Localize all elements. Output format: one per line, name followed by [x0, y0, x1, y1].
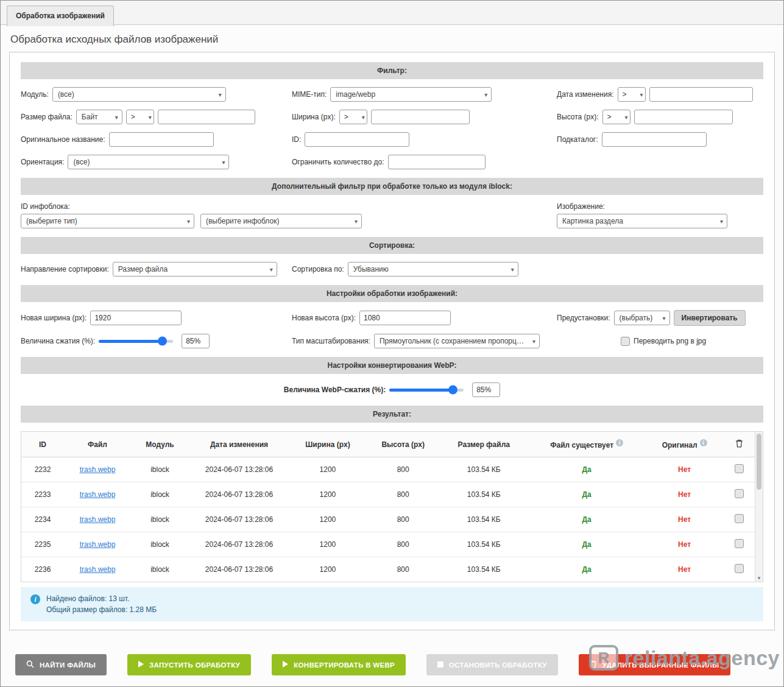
- subfolder-input[interactable]: [602, 132, 707, 147]
- stop-processing-label: ОСТАНОВИТЬ ОБРАБОТКУ: [449, 661, 547, 669]
- info-icon[interactable]: i: [700, 439, 707, 446]
- webp-compression-slider[interactable]: [389, 389, 464, 392]
- cell-date: 2024-06-07 13:28:06: [189, 557, 289, 582]
- compression-label: Величина сжатия (%):: [21, 337, 95, 345]
- iblock-type-select[interactable]: (выберите тип): [21, 214, 194, 228]
- summary-total-size: Общий размер файлов: 1.28 МБ: [46, 605, 157, 614]
- table-row: 2236trash.webpiblock2024-06-07 13:28:061…: [21, 557, 755, 582]
- webp-compression-value-input[interactable]: [472, 382, 500, 397]
- module-select-value: (все): [58, 90, 74, 99]
- module-select[interactable]: (все): [52, 87, 226, 102]
- col-size: Размер файла: [440, 432, 528, 457]
- file-link[interactable]: trash.webp: [80, 540, 116, 549]
- cell-file: trash.webp: [64, 457, 131, 482]
- new-height-input[interactable]: [359, 311, 451, 325]
- image-select-value: Картинка раздела: [562, 217, 623, 225]
- section-processing-header: Настройки обработки изображений:: [21, 285, 763, 302]
- presets-select[interactable]: (выбрать): [614, 311, 670, 325]
- cell-height: 800: [366, 507, 440, 532]
- width-input[interactable]: [371, 110, 470, 124]
- compression-value-input[interactable]: [182, 334, 210, 348]
- iblock-select-value: (выберите инфоблок): [206, 217, 279, 225]
- limit-input[interactable]: [388, 155, 486, 169]
- cell-size: 103.54 КБ: [440, 482, 528, 507]
- processing-row-1: Новая ширина (px): Новая высота (px): Пр…: [21, 310, 763, 326]
- id-input[interactable]: [305, 132, 409, 147]
- cell-width: 1200: [289, 482, 366, 507]
- find-files-button[interactable]: НАЙТИ ФАЙЛЫ: [15, 654, 107, 675]
- subfolder-label: Подкаталог:: [557, 135, 598, 144]
- file-size-op-select[interactable]: >: [126, 110, 154, 124]
- scrollbar-thumb[interactable]: [757, 434, 761, 490]
- orientation-select[interactable]: (все): [68, 155, 229, 169]
- file-link[interactable]: trash.webp: [80, 465, 116, 474]
- result-summary: i Найдено файлов: 13 шт. Общий размер фа…: [21, 587, 763, 621]
- date-modified-op-select[interactable]: >: [618, 87, 646, 102]
- png-to-jpg-checkbox[interactable]: [621, 337, 630, 346]
- webp-slider-thumb[interactable]: [448, 386, 457, 395]
- cell-size: 103.54 КБ: [440, 507, 528, 532]
- filter-row-3: Оригинальное название: ID: Подкаталог:: [21, 132, 763, 147]
- table-scrollbar[interactable]: ▾: [755, 432, 763, 582]
- date-modified-input[interactable]: [649, 87, 753, 102]
- width-label: Ширина (px):: [292, 113, 336, 121]
- iblock-select[interactable]: (выберите инфоблок): [200, 214, 362, 228]
- cell-size: 103.54 КБ: [440, 457, 528, 482]
- row-checkbox[interactable]: [735, 514, 744, 523]
- cell-date: 2024-06-07 13:28:06: [189, 482, 289, 507]
- cell-original: Нет: [646, 482, 723, 507]
- file-link[interactable]: trash.webp: [80, 565, 116, 574]
- sort-order-select[interactable]: Убыванию: [348, 262, 518, 277]
- webp-compression-label: Величина WebP-сжатия (%):: [284, 386, 386, 394]
- height-input[interactable]: [634, 110, 733, 124]
- file-link[interactable]: trash.webp: [80, 515, 116, 524]
- row-checkbox[interactable]: [735, 564, 744, 573]
- cell-module: iblock: [131, 557, 189, 582]
- presets-value: (выбрать): [620, 314, 653, 322]
- cell-id: 2234: [21, 507, 64, 532]
- sort-direction-label: Направление сортировки:: [21, 265, 109, 273]
- tab-image-processing[interactable]: Обработка изображений: [7, 5, 114, 26]
- filter-row-2: Размер файла: Байт > Ширина (px): > Высо…: [21, 110, 763, 124]
- cell-date: 2024-06-07 13:28:06: [189, 532, 289, 557]
- cell-module: iblock: [131, 482, 189, 507]
- compression-slider[interactable]: [99, 340, 173, 343]
- cell-width: 1200: [289, 532, 366, 557]
- width-op-select[interactable]: >: [339, 110, 367, 124]
- table-row: 2232trash.webpiblock2024-06-07 13:28:061…: [21, 457, 755, 482]
- orientation-label: Ориентация:: [21, 158, 64, 166]
- cell-size: 103.54 КБ: [440, 557, 528, 582]
- scale-type-select[interactable]: Прямоугольник (с сохранением пропорций): [374, 334, 540, 348]
- cell-module: iblock: [131, 457, 189, 482]
- original-name-input[interactable]: [109, 132, 214, 147]
- file-size-unit-select[interactable]: Байт: [76, 110, 122, 124]
- mime-select-value: image/webp: [336, 90, 375, 99]
- file-size-op-value: >: [131, 113, 135, 121]
- cell-select: [723, 457, 755, 482]
- row-checkbox[interactable]: [735, 489, 744, 498]
- cell-original: Нет: [646, 507, 723, 532]
- sort-direction-select[interactable]: Размер файла: [113, 262, 277, 277]
- section-filter-header: Фильтр:: [21, 62, 763, 79]
- scrollbar-down-arrow[interactable]: ▾: [755, 575, 763, 581]
- file-size-input[interactable]: [158, 110, 255, 124]
- width-op-value: >: [344, 113, 348, 121]
- image-select[interactable]: Картинка раздела: [557, 214, 727, 228]
- height-op-select[interactable]: >: [602, 110, 630, 124]
- cell-height: 800: [366, 457, 440, 482]
- convert-webp-button[interactable]: КОНВЕРТИРОВАТЬ В WEBP: [272, 654, 406, 675]
- result-table-body: 2232trash.webpiblock2024-06-07 13:28:061…: [21, 457, 755, 582]
- row-checkbox[interactable]: [735, 539, 744, 548]
- cell-select: [723, 532, 755, 557]
- info-icon[interactable]: i: [616, 439, 623, 446]
- delete-selected-button[interactable]: УДАЛИТЬ ВЫБРАННЫЕ ФАЙЛЫ: [579, 654, 730, 675]
- row-checkbox[interactable]: [735, 464, 744, 473]
- new-width-input[interactable]: [90, 311, 182, 325]
- invert-button[interactable]: Инвертировать: [674, 310, 746, 326]
- mime-select[interactable]: image/webp: [330, 87, 492, 102]
- start-processing-button[interactable]: ЗАПУСТИТЬ ОБРАБОТКУ: [127, 654, 251, 675]
- file-link[interactable]: trash.webp: [80, 490, 116, 499]
- compression-slider-thumb[interactable]: [158, 337, 167, 346]
- stop-processing-button[interactable]: ОСТАНОВИТЬ ОБРАБОТКУ: [426, 654, 558, 675]
- cell-module: iblock: [131, 507, 189, 532]
